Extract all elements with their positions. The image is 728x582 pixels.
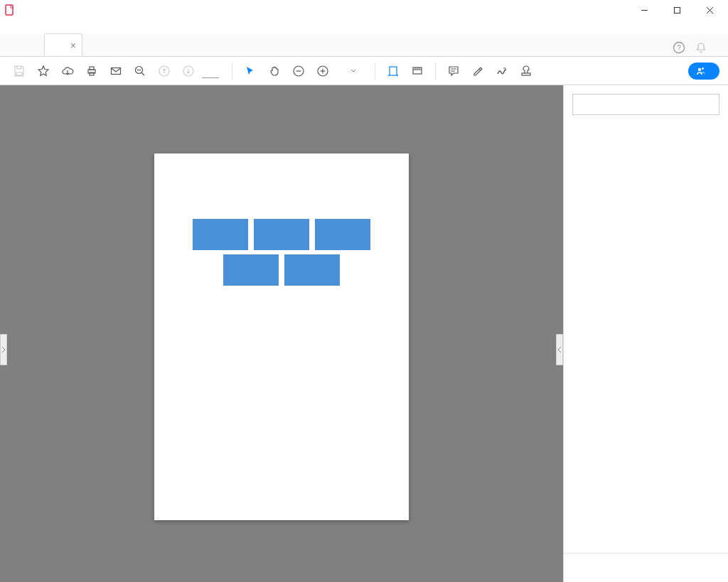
next-page-icon	[178, 60, 199, 82]
promo-box	[564, 553, 728, 582]
svg-point-31	[698, 68, 701, 70]
svg-rect-8	[90, 67, 94, 70]
help-icon[interactable]: ?	[673, 41, 685, 56]
search-tools-input[interactable]	[580, 99, 712, 109]
page-shapes	[187, 219, 376, 286]
svg-rect-30	[522, 73, 530, 75]
stamp-icon[interactable]	[515, 60, 537, 82]
menubar	[0, 20, 728, 34]
right-panel-handle[interactable]	[556, 334, 563, 365]
app-icon	[4, 4, 16, 16]
fit-width-icon[interactable]	[382, 60, 404, 82]
separator	[232, 63, 232, 80]
close-button[interactable]	[700, 3, 719, 17]
mail-icon[interactable]	[105, 60, 127, 82]
read-mode-icon[interactable]	[407, 60, 428, 82]
svg-point-32	[702, 68, 704, 70]
sticky-note-icon[interactable]	[443, 60, 464, 82]
pdf-page	[154, 153, 409, 520]
svg-rect-9	[90, 72, 94, 75]
maximize-button[interactable]	[667, 3, 687, 17]
separator	[435, 63, 436, 80]
page-number	[202, 64, 225, 78]
bell-icon[interactable]	[695, 42, 707, 55]
right-panel	[563, 85, 728, 582]
highlight-icon[interactable]	[467, 60, 488, 82]
zoom-select[interactable]	[336, 68, 368, 74]
svg-rect-0	[6, 5, 13, 15]
svg-rect-2	[674, 7, 680, 13]
tab-bar: × ?	[0, 34, 728, 57]
svg-rect-21	[390, 67, 397, 75]
document-canvas[interactable]	[0, 85, 563, 582]
share-button[interactable]	[688, 63, 719, 80]
left-panel-handle[interactable]	[0, 334, 7, 365]
save-icon	[9, 60, 30, 82]
star-icon[interactable]	[33, 60, 54, 82]
tab-close-icon[interactable]: ×	[70, 40, 76, 51]
svg-line-12	[142, 72, 145, 75]
zoom-out-icon[interactable]	[288, 60, 309, 82]
select-tool-icon[interactable]	[240, 60, 261, 82]
main-area	[0, 85, 728, 582]
page-current-input[interactable]	[202, 64, 219, 78]
print-icon[interactable]	[81, 60, 102, 82]
tab-document[interactable]: ×	[44, 33, 82, 56]
hand-tool-icon[interactable]	[264, 60, 285, 82]
zoom-in-icon[interactable]	[312, 60, 333, 82]
separator	[375, 63, 375, 80]
prev-page-icon	[154, 60, 175, 82]
toolbar	[0, 57, 728, 85]
search-tools-field[interactable]	[572, 94, 719, 115]
sign-icon[interactable]	[491, 60, 513, 82]
svg-text:?: ?	[677, 44, 681, 52]
zoom-out-tool-icon[interactable]	[129, 60, 151, 82]
cloud-icon[interactable]	[57, 60, 78, 82]
chevron-down-icon	[350, 68, 356, 74]
minimize-button[interactable]	[634, 3, 654, 17]
